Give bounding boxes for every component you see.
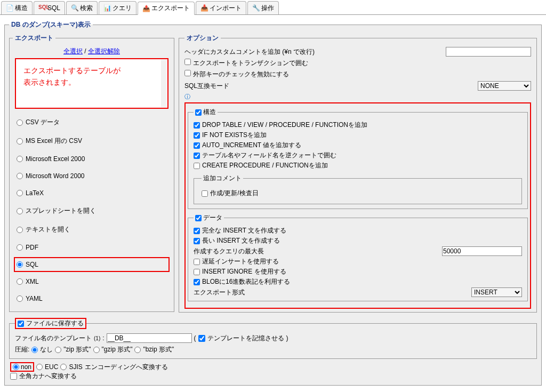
template-label: ファイル名のテンプレート (15, 334, 92, 343)
radio-compress-none[interactable] (31, 347, 38, 353)
radio-compress-zip[interactable] (55, 347, 61, 353)
import-icon: 📥 (200, 4, 208, 12)
chk-extended[interactable] (194, 238, 200, 244)
structure-icon: 📄 (6, 4, 13, 12)
chk-kana[interactable] (10, 373, 17, 380)
radio-enc-euc[interactable] (36, 364, 43, 370)
select-all-link[interactable]: 全選択 (63, 47, 83, 55)
tabs-bar: 📄構造 SQLSQL 🔍検索 📊クエリ 📤エクスポート 📥インポート 🔧操作 (0, 0, 546, 15)
compat-select[interactable]: NONE (478, 81, 531, 91)
format-radio-list: CSV データ MS Excel 用の CSV Microsoft Excel … (13, 113, 171, 307)
highlighted-inner-area: 構造 DROP TABLE / VIEW / PROCEDURE / FUNCT… (184, 102, 531, 309)
tab-search[interactable]: 🔍検索 (66, 1, 98, 14)
tab-operations[interactable]: 🔧操作 (247, 1, 279, 14)
radio-csv[interactable] (17, 119, 23, 126)
header-comment-label: ヘッダにカスタムコメントを追加 (¥n で改行) (184, 47, 446, 57)
help-icon[interactable]: ⓘ (184, 93, 190, 101)
compat-label: SQL互換モード (184, 82, 478, 91)
radio-enc-sjis[interactable] (60, 364, 67, 370)
chk-drop[interactable] (194, 122, 200, 129)
chk-backquote[interactable] (194, 153, 200, 159)
compress-label: 圧縮: (15, 345, 29, 354)
chk-structure-enable[interactable] (195, 109, 202, 116)
options-fieldset: オプション ヘッダにカスタムコメントを追加 (¥n で改行) エクスポートをトラ… (179, 34, 537, 313)
radio-sql[interactable] (17, 261, 23, 268)
max-query-input[interactable] (442, 246, 522, 256)
radio-pdf[interactable] (17, 244, 23, 251)
main-dump-fieldset: DB のダンプ(スキーマ)表示 エクスポート 全選択 / 全選択解除 エクスポー… (4, 20, 542, 386)
placeholder-line2: 表示されます。 (23, 76, 160, 88)
template-input[interactable] (107, 333, 192, 343)
operations-icon: 🔧 (252, 4, 260, 12)
export-type-select[interactable]: INSERT (471, 287, 522, 297)
options-legend: オプション (184, 34, 221, 43)
chk-remember[interactable] (198, 335, 205, 342)
radio-word2000[interactable] (17, 173, 23, 179)
radio-excel2000[interactable] (17, 156, 23, 162)
chk-ignore[interactable] (194, 269, 200, 275)
data-fieldset: データ 完全な INSERT 文を作成する 長い INSERT 文を作成する 作… (188, 213, 528, 301)
radio-odt[interactable] (17, 227, 23, 233)
radio-csv-excel[interactable] (17, 138, 23, 145)
scrollbar[interactable] (161, 60, 167, 107)
chk-ifnotexists[interactable] (194, 132, 200, 139)
structure-fieldset: 構造 DROP TABLE / VIEW / PROCEDURE / FUNCT… (188, 108, 528, 209)
query-icon: 📊 (103, 4, 111, 12)
tab-sql[interactable]: SQLSQL (34, 1, 65, 14)
chk-procfunc[interactable] (194, 163, 200, 169)
chk-delayed[interactable] (194, 259, 200, 265)
radio-compress-bzip[interactable] (134, 347, 141, 353)
header-comment-input[interactable] (446, 47, 531, 57)
chk-dates[interactable] (202, 190, 208, 197)
chk-save-file[interactable] (18, 321, 24, 327)
chk-complete[interactable] (194, 228, 200, 234)
add-comment-legend: 追加コメント (202, 174, 243, 183)
radio-latex[interactable] (17, 190, 23, 196)
radio-xml[interactable] (17, 278, 23, 285)
export-legend: エクスポート (13, 34, 55, 43)
placeholder-line1: エクスポートするテーブルが (23, 65, 160, 76)
tab-export[interactable]: 📤エクスポート (138, 2, 195, 15)
radio-enc-non[interactable] (13, 364, 19, 370)
chk-autoinc[interactable] (194, 142, 200, 149)
main-legend: DB のダンプ(スキーマ)表示 (9, 20, 93, 29)
add-comment-fieldset: 追加コメント 作成/更新/検査日 (194, 174, 522, 204)
export-icon: 📤 (142, 5, 150, 12)
tab-structure[interactable]: 📄構造 (1, 1, 33, 14)
radio-compress-gzip[interactable] (93, 347, 100, 353)
select-links: 全選択 / 全選択解除 (13, 47, 171, 56)
unselect-all-link[interactable]: 全選択解除 (88, 47, 120, 55)
tab-query[interactable]: 📊クエリ (99, 1, 136, 14)
export-fieldset: エクスポート 全選択 / 全選択解除 エクスポートするテーブルが 表示されます。… (9, 34, 174, 312)
radio-ods[interactable] (17, 208, 23, 214)
chk-fk-disable[interactable] (184, 70, 191, 76)
save-fieldset: ファイルに保存する ファイル名のテンプレート(1): ( テンプレートを記憶させ… (9, 318, 537, 359)
search-icon: 🔍 (71, 4, 78, 12)
chk-blob-hex[interactable] (194, 279, 200, 285)
max-query-label: 作成するクエリの最大長 (194, 247, 442, 256)
tab-import[interactable]: 📥インポート (196, 1, 246, 14)
radio-yaml[interactable] (17, 295, 23, 302)
chk-transaction[interactable] (184, 59, 191, 65)
table-list-area[interactable]: エクスポートするテーブルが 表示されます。 (15, 58, 168, 109)
sql-icon: SQL (38, 4, 46, 12)
export-type-label: エクスポート形式 (194, 288, 471, 297)
chk-data-enable[interactable] (195, 215, 202, 221)
